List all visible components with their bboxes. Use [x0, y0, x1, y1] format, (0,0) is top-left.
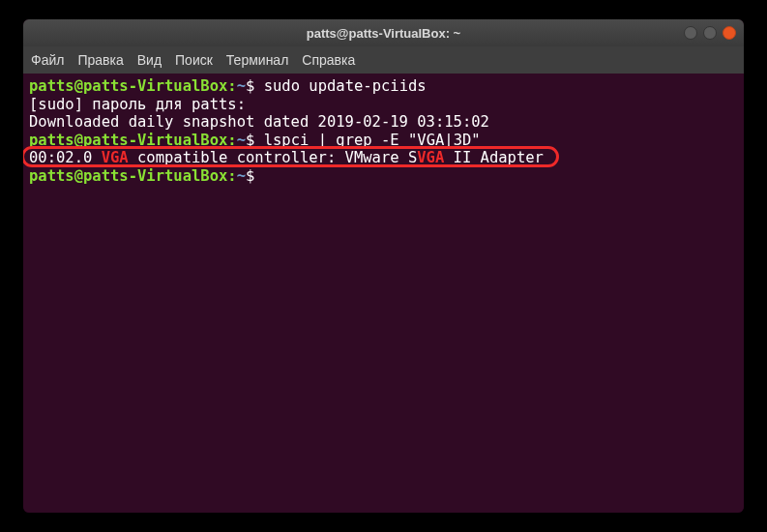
close-button[interactable] [723, 26, 736, 40]
menu-view[interactable]: Вид [137, 52, 162, 68]
terminal-line-1: patts@patts-VirtualBox:~$ sudo update-pc… [29, 77, 738, 96]
menu-help[interactable]: Справка [302, 52, 355, 68]
window-controls [684, 26, 736, 40]
prompt-end: $ [246, 167, 264, 185]
prompt-user: patts@patts-VirtualBox [29, 132, 227, 149]
lspci-desc-1: compatible controller: VMware S [129, 149, 418, 166]
terminal-line-5-highlighted: 00:02.0 VGA compatible controller: VMwar… [29, 149, 738, 167]
grep-match-2: VGA [417, 149, 444, 166]
prompt-path: ~ [237, 77, 246, 95]
minimize-button[interactable] [684, 26, 697, 40]
cmd-2: lspci | grep -E "VGA|3D" [264, 132, 481, 149]
titlebar: patts@patts-VirtualBox: ~ [23, 19, 744, 46]
terminal-window: patts@patts-VirtualBox: ~ Файл Правка Ви… [23, 19, 744, 513]
terminal-line-3: Downloaded daily snapshot dated 2019-02-… [29, 113, 738, 132]
terminal-line-2: [sudo] пароль для patts: [29, 96, 738, 114]
terminal-line-6: patts@patts-VirtualBox:~$ [29, 167, 738, 186]
prompt-user: patts@patts-VirtualBox [29, 167, 227, 185]
cmd-1: sudo update-pciids [264, 77, 427, 95]
prompt-user: patts@patts-VirtualBox [29, 77, 227, 95]
lspci-desc-2: II Adapter [444, 149, 544, 166]
prompt-end: $ [246, 77, 264, 95]
prompt-path: ~ [237, 167, 246, 185]
prompt-path: ~ [237, 132, 246, 149]
maximize-button[interactable] [703, 26, 717, 40]
menubar: Файл Правка Вид Поиск Терминал Справка [23, 46, 744, 74]
menu-file[interactable]: Файл [31, 52, 64, 68]
prompt-sep: : [227, 167, 236, 185]
lspci-slot: 00:02.0 [29, 149, 102, 166]
window-title: patts@patts-VirtualBox: ~ [307, 26, 460, 41]
terminal-line-4: patts@patts-VirtualBox:~$ lspci | grep -… [29, 132, 738, 150]
menu-terminal[interactable]: Терминал [226, 52, 288, 68]
menu-edit[interactable]: Правка [77, 52, 123, 68]
prompt-sep: : [227, 132, 236, 149]
terminal-body[interactable]: patts@patts-VirtualBox:~$ sudo update-pc… [23, 74, 744, 513]
prompt-end: $ [246, 132, 264, 149]
menu-search[interactable]: Поиск [175, 52, 213, 68]
prompt-sep: : [227, 77, 236, 95]
grep-match-1: VGA [102, 149, 129, 166]
